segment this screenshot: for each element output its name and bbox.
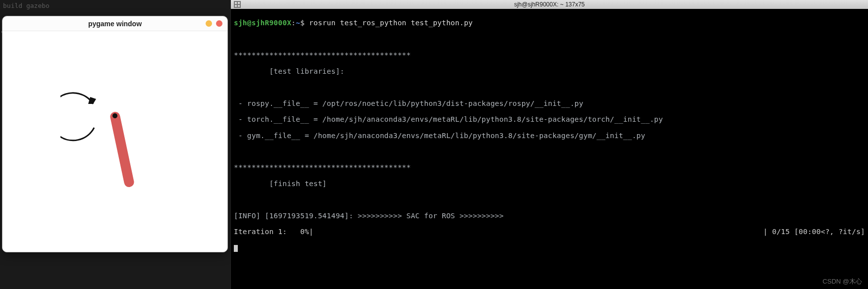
terminal-window-title: sjh@sjhR9000X: ~ 137x75 <box>514 1 585 8</box>
tile-icon[interactable] <box>234 1 241 8</box>
terminal-cursor <box>234 245 238 252</box>
stars-line: **************************************** <box>234 51 865 59</box>
pygame-window[interactable]: pygame window <box>2 16 228 252</box>
window-controls <box>206 20 222 27</box>
blank-line <box>234 35 865 43</box>
terminal-output[interactable]: sjh@sjhR9000X:~$ rosrun test_ros_python … <box>231 9 868 270</box>
pygame-titlebar[interactable]: pygame window <box>2 16 227 31</box>
rotation-arc-icon <box>60 93 94 141</box>
prompt-line: sjh@sjhR9000X:~$ rosrun test_ros_python … <box>234 19 865 27</box>
output-line-rospy: - rospy.__file__ = /opt/ros/noetic/lib/p… <box>234 99 865 107</box>
blank-line <box>234 83 865 91</box>
section-label: [test libraries]: <box>234 67 865 75</box>
prompt-user-host: sjh@sjhR9000X <box>234 19 291 27</box>
watermark-text: CSDN @木心 <box>822 277 862 286</box>
blank-line <box>234 195 865 203</box>
terminal-titlebar[interactable]: sjh@sjhR9000X: ~ 137x75 <box>231 0 868 9</box>
pendulum-graphic <box>60 86 169 215</box>
info-line: [INFO] [1697193519.541494]: >>>>>>>>>> S… <box>234 212 865 220</box>
progress-right: | 0/15 [00:00<?, ?it/s] <box>763 228 865 236</box>
prompt-dollar: $ <box>300 19 305 27</box>
terminal-window[interactable]: sjh@sjhR9000X: ~ 137x75 sjh@sjhR9000X:~$… <box>231 0 868 289</box>
stars-line: **************************************** <box>234 163 865 171</box>
progress-left: Iteration 1: 0%| <box>234 228 314 236</box>
pygame-window-title: pygame window <box>88 20 142 28</box>
prompt-sep: : <box>291 19 296 27</box>
progress-line: Iteration 1: 0%|| 0/15 [00:00<?, ?it/s] <box>234 228 865 236</box>
section-label: [finish test] <box>234 180 865 188</box>
output-line-torch: - torch.__file__ = /home/sjh/anaconda3/e… <box>234 115 865 123</box>
command-text: rosrun test_ros_python test_python.py <box>309 19 473 27</box>
pendulum-rod <box>109 111 135 188</box>
prompt-path: ~ <box>296 19 300 27</box>
pygame-canvas <box>2 31 227 252</box>
bg-text: build gazebo <box>3 2 50 9</box>
blank-line <box>234 147 865 155</box>
minimize-button[interactable] <box>206 20 212 27</box>
output-line-gym: - gym.__file__ = /home/sjh/anaconda3/env… <box>234 132 865 140</box>
cursor-line <box>234 244 865 252</box>
rotation-arrowhead-icon <box>88 97 96 104</box>
close-button[interactable] <box>216 20 222 27</box>
